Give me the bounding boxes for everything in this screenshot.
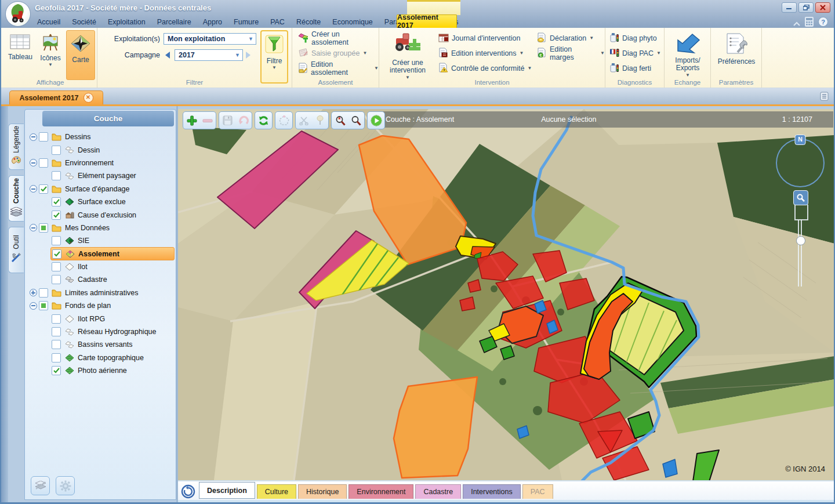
creer-assolement-button[interactable]: Créer un assolement	[298, 32, 379, 44]
collapse-ribbon-icon[interactable]	[793, 18, 800, 28]
layer-checkbox[interactable]	[52, 262, 61, 271]
next-campaign-button[interactable]	[243, 50, 253, 60]
tree-item-limites-administratives[interactable]: Limites administratives	[25, 287, 175, 299]
tree-item-dessin[interactable]: Dessin	[25, 143, 175, 156]
controle-conformite-button[interactable]: Contrôle de conformité ▼	[438, 63, 532, 74]
edition-assolement-button[interactable]: Edition assolement ▼	[298, 63, 379, 74]
layer-checkbox[interactable]	[52, 249, 61, 259]
edition-marges-button[interactable]: € Edition marges ▼	[537, 48, 605, 59]
layer-checkbox[interactable]	[39, 288, 48, 298]
diag-pac-button[interactable]: Diag PAC ▼	[610, 48, 661, 59]
layer-checkbox[interactable]	[52, 353, 61, 362]
add-button[interactable]	[184, 113, 199, 128]
layer-checkbox[interactable]	[52, 146, 61, 155]
menu-item-appro[interactable]: Appro	[197, 18, 228, 26]
tree-expander-icon[interactable]	[28, 133, 38, 141]
tree-expander-icon[interactable]	[28, 224, 38, 232]
diag-ferti-button[interactable]: Diag ferti	[610, 63, 651, 74]
icones-button[interactable]: Icônes ▼	[36, 30, 65, 80]
carte-button[interactable]: Carte	[66, 30, 95, 80]
menu-item-fumure[interactable]: Fumure	[228, 18, 264, 26]
tree-item-fonds-de-plan[interactable]: Fonds de plan	[25, 299, 175, 312]
filtre-button[interactable]: Filtre ▼	[260, 30, 288, 84]
zoom-button[interactable]	[348, 113, 364, 128]
tree-expander-icon[interactable]	[28, 289, 38, 297]
tree-item-carte-topographique[interactable]: Carte topographique	[25, 351, 175, 364]
tree-expander-icon[interactable]	[28, 302, 38, 310]
layer-checkbox[interactable]	[52, 327, 61, 336]
help-icon[interactable]: ?	[818, 17, 828, 29]
detail-tab-interventions[interactable]: Interventions	[463, 484, 521, 499]
detail-tab-description[interactable]: Description	[199, 482, 255, 499]
layer-checkbox[interactable]	[39, 301, 48, 310]
side-tab-legende[interactable]: Légende	[8, 124, 24, 170]
doc-tab-assolement-2017[interactable]: Assolement 2017 ✕	[9, 90, 103, 104]
previous-campaign-button[interactable]	[162, 50, 173, 60]
save-button[interactable]	[220, 113, 235, 128]
tree-item-cadastre[interactable]: Cadastre	[25, 273, 175, 286]
layer-checkbox[interactable]	[52, 211, 61, 220]
detail-tab-cadastre[interactable]: Cadastre	[415, 484, 461, 499]
tree-item-ilot-rpg[interactable]: Ilot RPG	[25, 312, 175, 325]
zoom-tool-button[interactable]	[793, 190, 808, 205]
tree-item-environnement[interactable]: Environnement	[25, 157, 175, 169]
layer-checkbox[interactable]	[39, 223, 48, 233]
menu-item-economique[interactable]: Economique	[326, 18, 379, 26]
imports-exports-button[interactable]: Imports/ Exports ▼	[669, 32, 706, 77]
play-button[interactable]	[368, 113, 384, 128]
sync-circle-icon[interactable]	[181, 484, 195, 501]
tree-item-r-seau-hydrographique[interactable]: Réseau Hydrographique	[25, 325, 175, 338]
ribbon-tab-assolement-2017[interactable]: Assolement 2017	[397, 14, 457, 28]
layer-settings-button[interactable]	[56, 476, 75, 495]
detail-tab-environnement[interactable]: Environnement	[348, 484, 413, 499]
layer-checkbox[interactable]	[52, 197, 61, 206]
layer-order-button[interactable]	[31, 476, 50, 495]
layer-checkbox[interactable]	[52, 314, 61, 324]
tree-item-dessins[interactable]: Dessins	[25, 130, 175, 143]
tree-item-photo-a-rienne[interactable]: Photo aérienne	[25, 364, 175, 377]
layer-checkbox[interactable]	[39, 184, 48, 194]
layer-checkbox[interactable]	[52, 340, 61, 349]
diag-phyto-button[interactable]: Diag phyto	[610, 32, 657, 44]
tree-item-assolement[interactable]: Assolement	[25, 248, 175, 260]
zoom-slider-track[interactable]	[798, 220, 802, 287]
saisie-groupee-button[interactable]: Saisie groupée ▼	[298, 48, 367, 59]
zoom-selection-button[interactable]: *	[332, 113, 348, 128]
layer-checkbox[interactable]	[52, 366, 61, 375]
tree-item-surface-d-pandage[interactable]: Surface d'épandage	[25, 183, 175, 195]
detail-tab-pac[interactable]: PAC	[522, 484, 553, 499]
tree-item-mes-donn-es[interactable]: Mes Données	[25, 222, 175, 234]
cut-button[interactable]	[296, 113, 312, 128]
close-tab-icon[interactable]: ✕	[84, 93, 93, 103]
zoom-slider-handle[interactable]	[796, 236, 805, 245]
tree-item-surface-exclue[interactable]: Surface exclue	[25, 195, 175, 208]
layer-checkbox[interactable]	[52, 275, 61, 284]
menu-item-parcellaire[interactable]: Parcellaire	[151, 18, 197, 26]
detail-tab-culture[interactable]: Culture	[257, 484, 296, 499]
layer-checkbox[interactable]	[39, 132, 48, 142]
remove-button[interactable]	[199, 113, 215, 128]
side-tab-outil[interactable]: Outil	[8, 227, 24, 273]
edit-geometry-button[interactable]	[276, 113, 292, 128]
layer-checkbox[interactable]	[52, 236, 61, 245]
journal-intervention-button[interactable]: Journal d'intervention	[438, 32, 520, 44]
layer-checkbox[interactable]	[52, 171, 61, 180]
tree-item-ilot[interactable]: Ilot	[25, 260, 175, 273]
preferences-button[interactable]: Préférences	[717, 32, 756, 66]
minimize-button[interactable]	[782, 2, 797, 13]
tableau-button[interactable]: Tableau	[6, 30, 35, 80]
restore-button[interactable]	[798, 2, 814, 13]
menu-item-pac[interactable]: PAC	[264, 18, 291, 26]
menu-item-soci-t-[interactable]: Société	[66, 18, 102, 26]
document-list-icon[interactable]	[819, 92, 829, 103]
side-tab-couche[interactable]: Couche	[8, 175, 24, 222]
menu-item-accueil[interactable]: Accueil	[31, 18, 66, 26]
undo-button[interactable]	[235, 113, 251, 128]
menu-item-exploitation[interactable]: Exploitation	[102, 18, 151, 26]
refresh-button[interactable]	[256, 113, 271, 128]
tree-item-el-ment-paysager[interactable]: Elément paysager	[25, 169, 175, 182]
pin-button[interactable]	[312, 113, 328, 128]
tree-expander-icon[interactable]	[28, 185, 38, 193]
tree-item-bassins-versants[interactable]: Bassins versants	[25, 338, 175, 351]
tree-expander-icon[interactable]	[28, 159, 38, 167]
